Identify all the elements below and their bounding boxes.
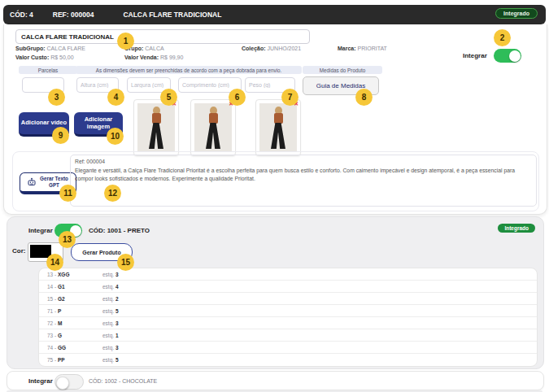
integration-status-badge: Integrado bbox=[495, 8, 538, 19]
product-image-card: ✕ bbox=[133, 99, 179, 156]
robot-icon bbox=[27, 177, 37, 187]
toggle-knob bbox=[509, 50, 521, 62]
description-section: Gerar Texto GPT Ref: 000004 Elegante e v… bbox=[12, 151, 539, 211]
annotation-14: 14 bbox=[46, 254, 63, 271]
annotation-13: 13 bbox=[59, 231, 76, 248]
field-subgrupo: SubGrupo: CALCA FLARE bbox=[15, 46, 85, 51]
variant-integrar-label: Integrar bbox=[28, 227, 53, 234]
product-editor-screen: CÓD: 4 REF: 000004 CALCA FLARE TRADICION… bbox=[0, 0, 549, 392]
variant-card-1001: Integrar CÓD: 1001 - PRETO Integrado Cor… bbox=[7, 216, 544, 369]
product-photo bbox=[194, 103, 232, 152]
size-row: 15 - G2 estq. 2 bbox=[39, 293, 537, 305]
integrar-label: Integrar bbox=[463, 52, 487, 59]
annotation-9: 9 bbox=[52, 127, 69, 144]
product-ref: REF: 000004 bbox=[53, 11, 94, 19]
field-valor-venda: Valor Venda: R$ 99,90 bbox=[124, 54, 183, 60]
annotation-11: 11 bbox=[59, 185, 76, 202]
description-textarea[interactable]: Ref: 000004 Elegante e versátil, a Calça… bbox=[70, 155, 537, 207]
product-header-bar: CÓD: 4 REF: 000004 CALCA FLARE TRADICION… bbox=[3, 5, 546, 24]
parcelas-label: Parcelas bbox=[19, 66, 77, 74]
dimensions-note: As dimensões devem ser preenchidas de ac… bbox=[76, 66, 302, 74]
field-marca: Marca: PRIORITAT bbox=[338, 46, 387, 51]
annotation-7: 7 bbox=[281, 89, 298, 106]
size-row: 74 - GG estq. 3 bbox=[39, 342, 537, 354]
variant-integrar-label: Integrar bbox=[28, 377, 53, 385]
annotation-1: 1 bbox=[117, 33, 134, 50]
annotation-3: 3 bbox=[48, 89, 65, 106]
variant-1002-integrar-toggle[interactable] bbox=[54, 374, 84, 390]
product-title: CALCA FLARE TRADICIONAL bbox=[123, 11, 221, 19]
size-row: 14 - G1 estq. 4 bbox=[39, 281, 537, 293]
product-name-input[interactable] bbox=[15, 29, 310, 44]
cor-label: Cor: bbox=[12, 247, 25, 255]
annotation-5: 5 bbox=[160, 89, 177, 106]
variant-integration-badge: Integrado bbox=[498, 224, 535, 233]
annotation-10: 10 bbox=[107, 128, 124, 145]
product-form-card: SubGrupo: CALCA FLARE Grupo: CALCA Coleç… bbox=[3, 24, 547, 215]
product-integrar-toggle[interactable] bbox=[494, 49, 521, 63]
annotation-2: 2 bbox=[494, 29, 511, 46]
field-valor-custo: Valor Custo: R$ 50,00 bbox=[15, 54, 74, 60]
size-row: 72 - M estq. 3 bbox=[39, 317, 537, 329]
size-row: 75 - PP estq. 5 bbox=[39, 354, 537, 365]
annotation-12: 12 bbox=[104, 185, 121, 202]
product-code: CÓD: 4 bbox=[10, 11, 33, 19]
product-image-card: ✕ bbox=[190, 99, 236, 156]
toggle-knob bbox=[56, 377, 69, 390]
size-stock-table: 13 - XGG estq. 3 14 - G1 estq. 4 15 - G2… bbox=[38, 268, 538, 367]
product-photo bbox=[259, 103, 297, 152]
product-image-card: ✕ bbox=[255, 99, 301, 156]
variant-card-1002: Integrar CÓD: 1002 - CHOCOLATE bbox=[7, 371, 544, 390]
annotation-15: 15 bbox=[117, 254, 134, 271]
size-row: 71 - P estq. 5 bbox=[39, 305, 537, 317]
annotation-4: 4 bbox=[107, 89, 124, 106]
variant-cod-label: CÓD: 1001 - PRETO bbox=[89, 227, 150, 234]
size-row: 73 - G estq. 1 bbox=[39, 329, 537, 342]
size-row: 13 - XGG estq. 3 bbox=[39, 268, 537, 281]
product-photo bbox=[137, 103, 175, 152]
annotation-8: 8 bbox=[355, 89, 373, 106]
annotation-6: 6 bbox=[229, 89, 246, 106]
variant-cod-label: CÓD: 1002 - CHOCOLATE bbox=[89, 378, 157, 384]
field-colecao: Coleção: JUNHO/2021 bbox=[242, 46, 301, 51]
medidas-produto-label: Medidas do Produto bbox=[303, 66, 382, 74]
